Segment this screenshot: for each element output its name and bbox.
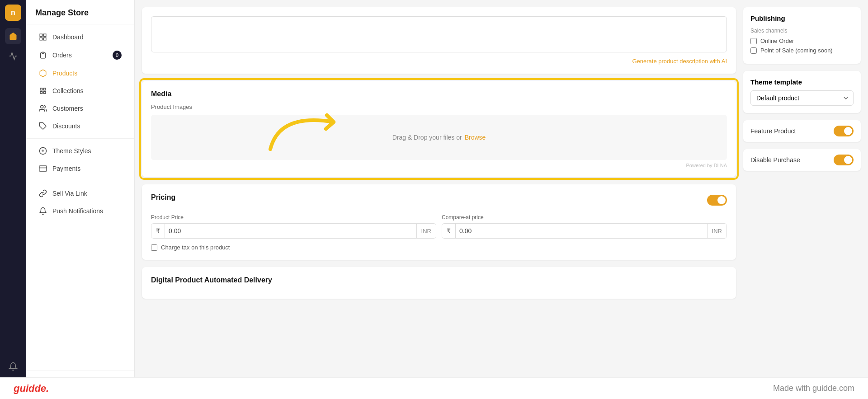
discounts-icon [39, 122, 47, 130]
pricing-fields: Product Price ₹ INR Compare-at price ₹ I… [151, 214, 727, 239]
sidebar-item-theme-styles[interactable]: Theme Styles [30, 142, 131, 160]
product-price-label: Product Price [151, 214, 436, 221]
sidebar-label-theme: Theme Styles [52, 147, 91, 155]
content-inner: Generate product description with AI Med… [135, 7, 868, 306]
sidebar-label-payments: Payments [52, 165, 80, 172]
feature-product-row: Feature Product [743, 120, 861, 142]
svg-rect-3 [44, 38, 46, 40]
svg-point-6 [41, 105, 43, 108]
bell-icon [39, 207, 47, 215]
description-textarea[interactable] [151, 16, 727, 52]
store-rail-icon[interactable] [5, 28, 21, 44]
charge-tax-checkbox[interactable] [151, 244, 157, 251]
browse-link[interactable]: Browse [465, 134, 486, 141]
pos-row: Point of Sale (coming soon) [750, 47, 854, 54]
guidde-logo: guidde. [14, 383, 49, 394]
analytics-rail-icon[interactable] [5, 48, 21, 64]
theme-template-title: Theme template [750, 78, 854, 86]
media-card: Media Product Images Drag & Drop your fi… [142, 81, 736, 177]
powered-by-label: Powered by DLNA [151, 163, 727, 168]
app-logo[interactable]: n [5, 5, 21, 21]
sidebar-item-discounts[interactable]: Discounts [30, 117, 131, 135]
charge-tax-label: Charge tax on this product [151, 244, 727, 251]
pricing-header: Pricing [151, 193, 727, 207]
products-icon [39, 69, 47, 77]
sidebar-item-push-notifications[interactable]: Push Notifications [30, 202, 131, 220]
sidebar-item-sell-via-link[interactable]: Sell Via Link [30, 185, 131, 202]
sidebar-item-products[interactable]: Products [30, 65, 131, 82]
svg-rect-4 [40, 38, 42, 40]
description-card: Generate product description with AI [142, 7, 736, 74]
sidebar-item-customers[interactable]: Customers [30, 100, 131, 117]
compare-price-symbol: ₹ [442, 224, 456, 238]
collections-icon [39, 87, 47, 95]
orders-badge: 0 [113, 51, 122, 60]
customers-icon [39, 104, 47, 113]
orders-icon [39, 51, 47, 59]
notifications-rail-icon[interactable] [5, 358, 21, 375]
feature-product-toggle[interactable] [834, 126, 854, 136]
drop-zone-text: Drag & Drop your files or [392, 134, 462, 141]
sales-channels-label: Sales channels [750, 28, 854, 34]
price-symbol: ₹ [151, 224, 165, 238]
sidebar-label-discounts: Discounts [52, 122, 80, 130]
digital-delivery-card: Digital Product Automated Delivery [142, 267, 736, 299]
disable-purchase-label: Disable Purchase [750, 156, 800, 164]
guidde-footer: guidde. Made with guidde.com [0, 377, 868, 399]
price-currency: INR [416, 224, 436, 238]
theme-card: Theme template Default product Custom te… [743, 71, 861, 113]
media-card-title: Media [151, 90, 727, 98]
digital-delivery-title: Digital Product Automated Delivery [151, 276, 727, 284]
sidebar-item-payments[interactable]: Payments [30, 160, 131, 177]
main-content: Generate product description with AI Med… [135, 0, 868, 399]
compare-price-field: Compare-at price ₹ INR [442, 214, 727, 239]
svg-rect-5 [42, 52, 44, 53]
compare-price-input-wrap: ₹ INR [442, 223, 727, 239]
pos-label: Point of Sale (coming soon) [760, 47, 833, 54]
product-images-label: Product Images [151, 103, 727, 110]
product-price-input[interactable] [165, 224, 416, 238]
sidebar-item-collections[interactable]: Collections [30, 82, 131, 99]
theme-select[interactable]: Default product Custom template [750, 90, 854, 106]
link-icon [39, 189, 47, 197]
compare-currency: INR [707, 224, 726, 238]
sidebar-item-dashboard[interactable]: Dashboard [30, 28, 131, 46]
sidebar-label-sell-via-link: Sell Via Link [52, 190, 87, 197]
sidebar-label-orders: Orders [52, 52, 72, 59]
sidebar-divider [26, 138, 134, 139]
sidebar-item-orders[interactable]: Orders 0 [30, 46, 131, 64]
svg-rect-2 [44, 34, 46, 36]
disable-purchase-toggle[interactable] [834, 155, 854, 165]
online-order-row: Online Order [750, 38, 854, 44]
sidebar-label-products: Products [52, 70, 77, 77]
ai-generate-link[interactable]: Generate product description with AI [151, 58, 727, 65]
online-order-label: Online Order [760, 38, 794, 44]
sidebar-label-push-notifications: Push Notifications [52, 207, 103, 215]
product-price-field: Product Price ₹ INR [151, 214, 436, 239]
sidebar-label-customers: Customers [52, 105, 83, 112]
compare-price-input[interactable] [456, 224, 707, 238]
publishing-card: Publishing Sales channels Online Order P… [743, 7, 861, 64]
svg-rect-1 [40, 34, 42, 36]
pricing-card: Pricing Product Price ₹ INR Compare-at p… [142, 184, 736, 260]
left-panel: Generate product description with AI Med… [142, 7, 736, 299]
sidebar-label-collections: Collections [52, 87, 83, 94]
pricing-toggle[interactable] [707, 195, 727, 206]
online-order-checkbox[interactable] [750, 38, 757, 44]
icon-rail: n [0, 0, 26, 399]
media-card-wrapper: Media Product Images Drag & Drop your fi… [142, 81, 736, 177]
sidebar-label-dashboard: Dashboard [52, 33, 84, 41]
dashboard-icon [39, 33, 47, 41]
sidebar-title: Manage Store [26, 0, 134, 24]
guidde-tagline: Made with guidde.com [773, 384, 854, 393]
svg-rect-9 [39, 166, 47, 171]
sidebar-nav: Dashboard Orders 0 Products Collections … [26, 24, 134, 371]
compare-price-label: Compare-at price [442, 214, 727, 221]
payments-icon [39, 164, 47, 173]
drop-zone[interactable]: Drag & Drop your files or Browse [151, 115, 727, 160]
feature-product-label: Feature Product [750, 127, 796, 135]
product-price-input-wrap: ₹ INR [151, 223, 436, 239]
sidebar: Manage Store Dashboard Orders 0 Products… [26, 0, 135, 399]
pos-checkbox[interactable] [750, 47, 757, 54]
sidebar-divider-2 [26, 181, 134, 181]
